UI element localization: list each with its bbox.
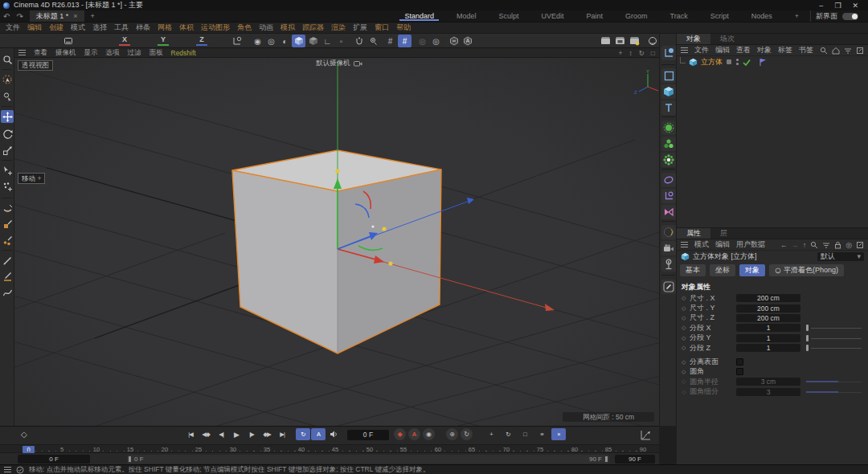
seg-z-input[interactable]: 1: [736, 344, 800, 352]
om-menu-file[interactable]: 文件: [694, 45, 709, 55]
add-workspace-button[interactable]: +: [784, 10, 810, 22]
text-icon[interactable]: [661, 100, 676, 115]
close-tab-icon[interactable]: ×: [73, 12, 77, 20]
menu-volume[interactable]: 体积: [179, 22, 194, 33]
vp-menu-view[interactable]: 查看: [34, 48, 47, 58]
cube-primitive-icon[interactable]: [661, 84, 676, 99]
am-forward-icon[interactable]: →: [792, 241, 799, 249]
add-tab-button[interactable]: +: [84, 10, 101, 22]
workplane-icon[interactable]: [61, 35, 75, 47]
grid-icon[interactable]: #: [383, 35, 397, 47]
cloner-icon[interactable]: [661, 137, 676, 151]
ring-circle-icon[interactable]: ◎: [264, 35, 278, 47]
render-picture-viewer-icon[interactable]: [613, 35, 627, 47]
record-sphere-button[interactable]: ⊕: [446, 428, 458, 440]
am-back-icon[interactable]: ←: [780, 241, 788, 249]
light-icon[interactable]: [661, 257, 676, 272]
polygon-pen-icon[interactable]: [1, 218, 14, 231]
current-frame-input[interactable]: 0 F: [347, 430, 389, 440]
attr-tab-phong[interactable]: 平滑着色(Phong): [769, 264, 844, 276]
points-pen-icon[interactable]: [1, 234, 14, 247]
anim-dot-icon[interactable]: ◇: [682, 359, 690, 366]
hex-a-icon[interactable]: A: [461, 35, 474, 47]
range-slider[interactable]: 0 F 90 F: [127, 455, 609, 464]
menu-tools[interactable]: 工具: [114, 22, 129, 33]
deformer-icon[interactable]: [661, 153, 676, 167]
object-name[interactable]: 立方体: [701, 57, 723, 67]
axis-icon[interactable]: [661, 46, 676, 60]
prev-frame-button[interactable]: ◀|: [214, 428, 228, 440]
menu-mograph[interactable]: 运动图形: [201, 22, 230, 33]
layer-chip-icon[interactable]: [726, 59, 732, 65]
am-newwindow-icon[interactable]: [856, 241, 864, 249]
seg-x-slider[interactable]: [806, 324, 862, 332]
next-key-button[interactable]: ◆▶: [260, 428, 274, 440]
anim-dot-icon[interactable]: ◇: [682, 295, 690, 301]
play-button[interactable]: ▶: [229, 428, 244, 440]
anim-dot-icon[interactable]: ◇: [682, 325, 690, 331]
vp-menu-display[interactable]: 显示: [84, 48, 98, 58]
vp-menu-options[interactable]: 选项: [106, 48, 120, 58]
preset-dropdown[interactable]: 默认 ▾: [817, 252, 864, 261]
points-move-icon[interactable]: [1, 180, 14, 193]
target-small-icon[interactable]: [366, 35, 379, 47]
goto-start-button[interactable]: |◀: [183, 428, 198, 440]
menu-mode[interactable]: 模式: [71, 22, 85, 33]
minimize-button[interactable]: –: [819, 2, 823, 10]
half-sphere-icon[interactable]: ◐: [278, 35, 292, 47]
redo-icon[interactable]: ↷: [13, 10, 26, 22]
cursor-move-icon[interactable]: [1, 164, 14, 177]
seg-y-slider[interactable]: [806, 334, 862, 342]
grid-snap-icon[interactable]: #: [398, 35, 411, 47]
dot-circle-icon[interactable]: ◉: [251, 35, 264, 47]
sound-button[interactable]: [326, 428, 341, 440]
anim-dot-icon[interactable]: ◇: [682, 305, 690, 312]
om-menu-tags[interactable]: 标签: [778, 45, 792, 55]
loop-playback-button[interactable]: ↻: [296, 428, 310, 440]
spline-rect-icon[interactable]: [661, 68, 676, 83]
live-selection-icon[interactable]: [1, 73, 14, 86]
status-menu-icon[interactable]: [4, 467, 11, 472]
play-mode-button[interactable]: A: [311, 428, 326, 440]
circle-dim-icon[interactable]: ◎: [416, 35, 429, 47]
range-start-input[interactable]: 0 F: [18, 455, 90, 464]
lock-x-axis-button[interactable]: X: [119, 35, 130, 47]
prev-key-button[interactable]: ◀◆: [199, 428, 213, 440]
key-position-button[interactable]: +: [484, 428, 498, 440]
menu-render[interactable]: 渲染: [331, 22, 346, 33]
menu-character[interactable]: 角色: [237, 22, 252, 33]
vp-menu-filter[interactable]: 过滤: [128, 48, 141, 58]
attr-tab-object[interactable]: 对象: [739, 264, 765, 276]
workspace-tab-sculpt[interactable]: Sculpt: [487, 10, 530, 22]
seg-x-input[interactable]: 1: [736, 324, 800, 332]
vp-pan-icon[interactable]: +: [619, 49, 623, 57]
fillet-checkbox[interactable]: [736, 368, 743, 375]
om-menu-objects[interactable]: 对象: [757, 45, 772, 55]
am-filter-icon[interactable]: [822, 241, 830, 249]
range-right-grip[interactable]: [605, 456, 608, 462]
volume-icon[interactable]: [661, 205, 676, 219]
rotate-tool-icon[interactable]: [1, 127, 14, 140]
key-parameter-button[interactable]: ≡: [534, 428, 549, 440]
vp-maximize-icon[interactable]: □: [651, 49, 655, 57]
sky-icon[interactable]: [661, 225, 676, 239]
vp-menu-redshift[interactable]: Redshift: [171, 49, 196, 57]
hex-dark-icon[interactable]: [447, 35, 461, 47]
workspace-tab-uvedit[interactable]: UVEdit: [530, 10, 575, 22]
am-menu-icon[interactable]: [681, 242, 688, 247]
attr-tab-basic[interactable]: 基本: [680, 264, 706, 276]
viewport-name-label[interactable]: 透视视图: [18, 60, 53, 71]
move-tool-icon[interactable]: [1, 110, 14, 123]
workspace-tab-standard[interactable]: Standard: [393, 10, 445, 22]
coordinate-system-icon[interactable]: [230, 35, 244, 47]
menu-select[interactable]: 选择: [92, 22, 107, 33]
record-keyframe-button[interactable]: ◆: [394, 428, 406, 440]
menu-tracker[interactable]: 跟踪器: [302, 22, 324, 33]
tab-takes[interactable]: 场次: [710, 34, 744, 44]
range-left-grip[interactable]: [129, 456, 131, 462]
key-rotation-button[interactable]: ↻: [501, 428, 515, 440]
om-menu-icon[interactable]: [681, 47, 688, 53]
undo-icon[interactable]: ↶: [0, 10, 13, 22]
menu-spline[interactable]: 样条: [136, 22, 150, 33]
menu-window[interactable]: 窗口: [375, 22, 389, 33]
